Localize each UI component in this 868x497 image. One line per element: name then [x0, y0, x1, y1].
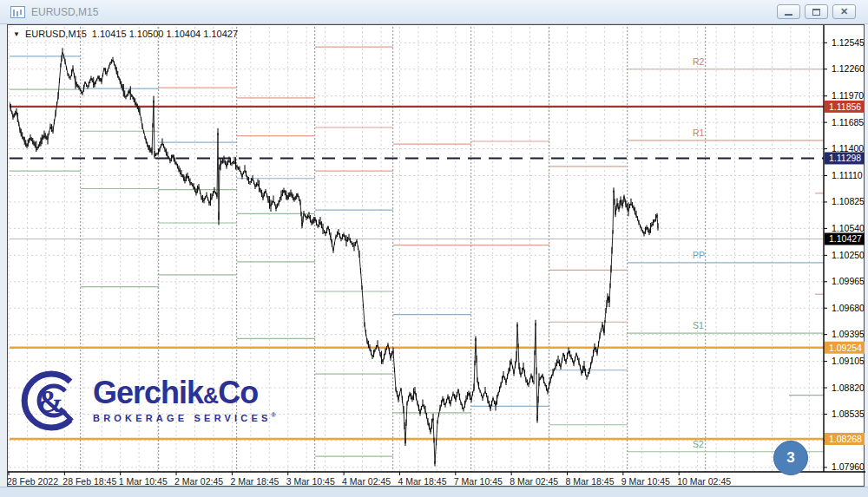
- chart-client-area: R2R1PPS1S21.125451.122601.119701.116851.…: [7, 24, 865, 487]
- time-axis-label: 9 Mar 10:45: [621, 476, 670, 487]
- svg-text:1.10427: 1.10427: [829, 233, 862, 244]
- price-axis-label: 1.12260: [832, 63, 865, 74]
- time-axis[interactable]: 28 Feb 202228 Feb 18:451 Mar 10:452 Mar …: [8, 472, 731, 487]
- logo-text: Gerchik&Co BROKERAGE SERVICES®: [93, 377, 276, 423]
- time-axis-label: 3 Mar 10:45: [286, 476, 335, 487]
- price-axis-label: 1.12545: [832, 37, 865, 48]
- chart-ohlc-values: 1.10415 1.10500 1.10404 1.10427: [92, 29, 238, 39]
- time-axis-label: 2 Mar 18:45: [230, 476, 279, 487]
- price-axis-label: 1.09105: [832, 356, 865, 366]
- time-axis-label: 4 Mar 02:45: [342, 476, 391, 487]
- badge-value: 3: [786, 449, 794, 467]
- time-axis-label: 28 Feb 2022: [8, 476, 58, 487]
- chart-window-icon: [10, 6, 25, 18]
- chart-header: ▼ EURUSD,M15 1.10415 1.10500 1.10404 1.1…: [13, 29, 238, 39]
- price-axis-label: 1.10825: [832, 196, 865, 206]
- window-controls: ✕: [777, 4, 861, 19]
- logo-tagline: BROKERAGE SERVICES®: [93, 412, 276, 423]
- price-axis-label: 1.11110: [832, 170, 863, 180]
- price-axis-label: 1.11970: [832, 90, 864, 101]
- price-axis-label: 1.07960: [832, 461, 865, 472]
- close-icon: ✕: [840, 7, 848, 16]
- chart-symbol-label: EURUSD,M15: [25, 29, 87, 39]
- price-axis[interactable]: 1.125451.122601.119701.116851.114001.111…: [824, 37, 865, 473]
- time-axis-label: 8 Mar 02:45: [510, 476, 558, 487]
- time-axis-label: 1 Mar 10:45: [119, 476, 168, 487]
- time-axis-label: 7 Mar 10:45: [454, 476, 503, 487]
- price-axis-label: 1.09680: [832, 303, 865, 313]
- close-button[interactable]: ✕: [832, 4, 856, 19]
- restore-icon: [812, 9, 820, 16]
- pivot-label-r1: R1: [693, 128, 705, 138]
- time-axis-label: 28 Feb 18:45: [62, 476, 116, 487]
- price-tag-1.09254: 1.09254: [825, 342, 865, 354]
- pivot-label-pp: PP: [693, 250, 705, 260]
- restore-button[interactable]: [805, 4, 828, 19]
- time-axis-label: 2 Mar 02:45: [174, 476, 223, 487]
- pivot-label-r2: R2: [693, 56, 705, 67]
- price-axis-label: 1.11685: [832, 117, 864, 128]
- svg-text:1.11298: 1.11298: [829, 153, 861, 163]
- price-axis-label: 1.09395: [832, 329, 865, 339]
- window-titlebar[interactable]: EURUSD,M15 ✕: [0, 0, 868, 24]
- mt4-chart-window: EURUSD,M15 ✕ R2R1PPS1S21.125451.122601.1…: [0, 0, 868, 497]
- svg-text:1.08268: 1.08268: [829, 434, 862, 444]
- svg-text:1.09254: 1.09254: [829, 343, 862, 353]
- price-axis-label: 1.10540: [832, 223, 865, 233]
- minimize-icon: [785, 14, 792, 16]
- pivot-label-s1: S1: [693, 320, 704, 330]
- price-axis-label: 1.10250: [832, 250, 865, 260]
- logo-wordmark: Gerchik&Co: [93, 377, 276, 409]
- price-tag-1.08268: 1.08268: [825, 433, 865, 445]
- svg-text:&: &: [37, 384, 63, 419]
- minimize-button[interactable]: [777, 4, 800, 19]
- price-axis-label: 1.11400: [832, 143, 864, 154]
- window-title: EURUSD,M15: [31, 6, 98, 18]
- broker-logo: & Gerchik&Co BROKERAGE SERVICES®: [18, 369, 253, 448]
- price-tag-1.11298: 1.11298: [825, 152, 865, 164]
- price-axis-label: 1.08535: [832, 409, 865, 419]
- time-axis-label: 4 Mar 18:45: [398, 476, 446, 487]
- pivot-labels: R2R1PPS1S2: [693, 56, 705, 449]
- pivot-label-s2: S2: [693, 439, 704, 449]
- time-axis-label: 10 Mar 02:45: [677, 476, 731, 487]
- step-number-badge: 3: [773, 441, 808, 475]
- price-tag-1.11856: 1.11856: [825, 101, 865, 113]
- price-axis-label: 1.09965: [832, 276, 865, 286]
- window-bottom-edge: [0, 487, 868, 497]
- svg-text:1.11856: 1.11856: [829, 101, 861, 112]
- chevron-down-icon[interactable]: ▼: [13, 30, 20, 38]
- time-axis-label: 8 Mar 18:45: [566, 476, 615, 487]
- price-axis-label: 1.08820: [832, 383, 865, 393]
- price-tag-1.10427: 1.10427: [825, 232, 865, 245]
- gerchik-emblem-icon: &: [18, 369, 82, 433]
